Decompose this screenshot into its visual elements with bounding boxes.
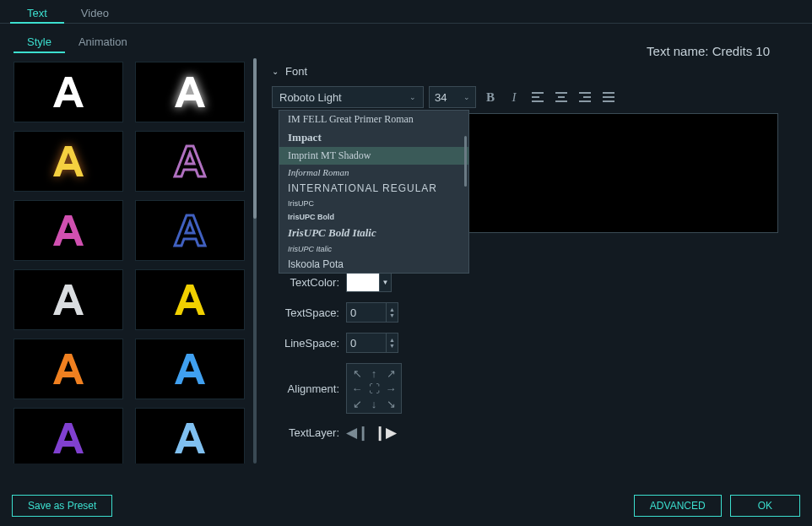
textspace-spinner[interactable]: ▲▼ — [387, 302, 398, 323]
font-size-select[interactable]: 34 ⌄ — [429, 86, 476, 108]
style-tile-2[interactable] — [14, 131, 123, 192]
font-dropdown: IM FELL Great Primer RomanImpactImprint … — [279, 110, 469, 274]
style-tile-8[interactable] — [14, 339, 123, 399]
text-preview-area[interactable] — [466, 113, 778, 233]
chevron-down-icon: ⌄ — [409, 93, 416, 101]
textcolor-swatch[interactable] — [346, 272, 380, 292]
layer-prev-button[interactable]: ◀❙ — [346, 424, 369, 442]
font-family-select[interactable]: Roboto Light ⌄ — [272, 86, 424, 108]
textspace-input[interactable]: 0 — [346, 302, 387, 323]
font-option[interactable]: IrisUPC Bold Italic — [279, 224, 468, 242]
align-left-button[interactable] — [528, 88, 547, 106]
svg-rect-10 — [603, 96, 614, 98]
chevron-down-icon: ⌄ — [463, 93, 470, 101]
ok-button[interactable]: OK — [730, 495, 800, 517]
alignment-label: Alignment: — [272, 382, 339, 395]
text-name-display: Text name: Credits 10 — [647, 44, 770, 58]
alignment-grid: ↖ ↑ ↗ ← ⛶ → ↙ ↓ ↘ — [346, 363, 402, 414]
align-right-button[interactable] — [576, 88, 594, 106]
advanced-button[interactable]: ADVANCED — [634, 495, 722, 517]
style-tile-5[interactable] — [135, 200, 245, 261]
style-tile-9[interactable] — [135, 339, 245, 399]
layer-next-button[interactable]: ❙▶ — [374, 424, 397, 442]
font-option[interactable]: Informal Roman — [279, 165, 468, 180]
subtab-style[interactable]: Style — [14, 32, 65, 53]
tab-text[interactable]: Text — [10, 3, 64, 23]
svg-rect-5 — [555, 100, 567, 102]
svg-rect-7 — [583, 96, 591, 98]
svg-rect-6 — [579, 92, 591, 94]
font-family-value: Roboto Light — [279, 91, 342, 104]
svg-rect-9 — [603, 92, 614, 94]
textlayer-label: TextLayer: — [272, 426, 339, 439]
font-option[interactable]: Imprint MT Shadow — [279, 147, 468, 165]
font-option[interactable]: IrisUPC Italic — [279, 242, 468, 256]
align-bottom-left[interactable]: ↙ — [349, 396, 365, 411]
style-tile-6[interactable] — [14, 269, 123, 330]
dropdown-scrollbar[interactable] — [464, 136, 467, 187]
svg-rect-3 — [555, 92, 567, 94]
align-center[interactable]: ⛶ — [365, 381, 382, 396]
linespace-spinner[interactable]: ▲▼ — [387, 333, 398, 353]
font-section-label: Font — [285, 65, 307, 78]
align-center-button[interactable] — [552, 88, 571, 106]
tab-video[interactable]: Video — [64, 3, 126, 23]
style-tile-0[interactable] — [14, 62, 123, 122]
text-name-label: Text name: — [647, 44, 708, 58]
svg-rect-2 — [532, 100, 544, 102]
align-left[interactable]: ← — [349, 381, 365, 396]
svg-rect-4 — [558, 96, 565, 98]
textcolor-label: TextColor: — [272, 276, 339, 289]
font-option[interactable]: Impact — [279, 128, 468, 147]
font-option[interactable]: Iskoola Pota — [279, 256, 468, 273]
style-tile-1[interactable] — [135, 62, 245, 122]
font-option[interactable]: INTERNATIONAL REGULAR — [279, 180, 468, 197]
align-right[interactable]: → — [382, 381, 399, 396]
svg-rect-1 — [532, 96, 539, 98]
font-option[interactable]: IM FELL Great Primer Roman — [279, 111, 468, 128]
align-bottom-right[interactable]: ↘ — [382, 396, 399, 411]
bold-button[interactable]: B — [481, 88, 500, 106]
italic-button[interactable]: I — [505, 88, 523, 106]
style-tile-7[interactable] — [135, 269, 245, 330]
align-justify-button[interactable] — [599, 88, 618, 106]
align-top-right[interactable]: ↗ — [382, 366, 399, 381]
top-tabs: Text Video — [0, 0, 812, 24]
styles-panel — [8, 58, 253, 464]
subtab-animation[interactable]: Animation — [65, 32, 141, 53]
linespace-input[interactable]: 0 — [346, 333, 387, 353]
font-option[interactable]: IrisUPC Bold — [279, 210, 468, 224]
textspace-label: TextSpace: — [272, 306, 339, 319]
style-tile-10[interactable] — [14, 408, 123, 464]
svg-rect-8 — [579, 100, 591, 102]
font-size-value: 34 — [435, 91, 447, 104]
style-tile-11[interactable] — [135, 408, 245, 464]
align-top[interactable]: ↑ — [365, 366, 382, 381]
style-tile-4[interactable] — [14, 200, 123, 261]
save-preset-button[interactable]: Save as Preset — [12, 495, 112, 517]
font-collapse-icon[interactable]: ⌄ — [272, 67, 279, 76]
align-bottom[interactable]: ↓ — [365, 396, 382, 411]
linespace-label: LineSpace: — [272, 337, 339, 350]
text-name-value: Credits 10 — [712, 44, 770, 58]
font-option[interactable]: IrisUPC — [279, 197, 468, 210]
align-top-left[interactable]: ↖ — [349, 366, 365, 381]
svg-rect-0 — [532, 92, 544, 94]
style-tile-3[interactable] — [135, 131, 245, 192]
svg-rect-11 — [603, 100, 614, 102]
textcolor-dropdown[interactable]: ▼ — [380, 272, 392, 292]
